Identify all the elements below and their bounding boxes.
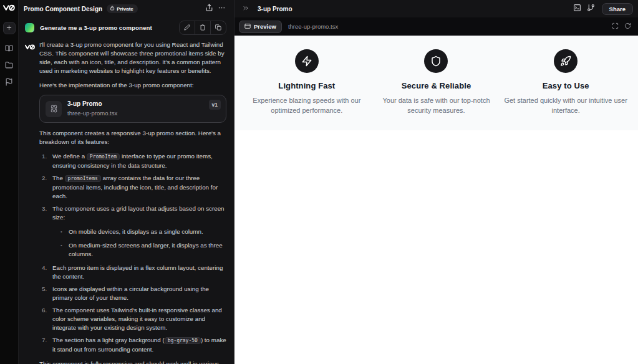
share-chat-button[interactable] bbox=[203, 2, 215, 15]
feature-sub-item: On medium-sized screens and larger, it d… bbox=[60, 241, 226, 259]
promo-description: Experience blazing speeds with our optim… bbox=[244, 95, 369, 115]
promo-section: Lightning Fast Experience blazing speeds… bbox=[234, 36, 638, 130]
chevrons-right-icon bbox=[242, 4, 249, 14]
sidebar-item-library[interactable] bbox=[4, 44, 15, 55]
code-block-filename: three-up-promo.tsx bbox=[67, 109, 117, 118]
zap-icon bbox=[295, 49, 319, 73]
promo-item: Secure & Reliable Your data is safe with… bbox=[374, 49, 499, 115]
console-button[interactable] bbox=[571, 2, 584, 15]
code-block-title: 3-up Promo bbox=[67, 100, 117, 108]
app-window-icon bbox=[244, 23, 251, 31]
new-chat-button[interactable] bbox=[3, 22, 16, 34]
rocket-icon bbox=[554, 49, 578, 73]
shield-icon bbox=[424, 49, 448, 73]
edit-message-button[interactable] bbox=[180, 21, 195, 34]
promo-title: Lightning Fast bbox=[278, 81, 335, 90]
assistant-paragraph: This component is fully responsive and s… bbox=[39, 360, 226, 364]
tab-preview[interactable]: Preview bbox=[239, 21, 282, 33]
assistant-paragraph: Here's the implementation of the 3-up pr… bbox=[39, 81, 226, 90]
promo-item: Easy to Use Get started quickly with our… bbox=[503, 49, 628, 115]
v0-logo[interactable] bbox=[3, 4, 15, 11]
copy-icon bbox=[215, 23, 221, 32]
chat-panel: Promo Component Design Private Generate … bbox=[19, 0, 234, 364]
feature-list-item: 5.Icons are displayed within a circular … bbox=[42, 285, 226, 302]
feature-list-item: 1.We define a PromoItem interface to typ… bbox=[42, 152, 226, 170]
chat-title: Promo Component Design bbox=[24, 6, 102, 12]
tab-file[interactable]: three-up-promo.tsx bbox=[282, 21, 344, 32]
export-icon bbox=[205, 4, 213, 14]
fullscreen-button[interactable] bbox=[609, 21, 621, 33]
assistant-paragraph: This component creates a responsive 3-up… bbox=[39, 129, 226, 146]
versions-button[interactable] bbox=[584, 2, 598, 15]
chat-scroll-area[interactable]: Generate me a 3-up promo component bbox=[19, 17, 234, 364]
preview-panel-title: 3-up Promo bbox=[258, 6, 292, 12]
feature-sub-item: On mobile devices, it displays as a sing… bbox=[60, 228, 226, 236]
sidebar-item-projects[interactable] bbox=[4, 60, 15, 72]
inline-code: promoItems bbox=[65, 175, 101, 182]
collapse-panel-button[interactable] bbox=[239, 2, 252, 15]
preview-tabbar: Preview three-up-promo.tsx bbox=[234, 17, 638, 36]
feature-list: 1.We define a PromoItem interface to typ… bbox=[42, 152, 226, 354]
user-avatar bbox=[25, 23, 34, 32]
assistant-message-body: I'll create a 3-up promo component for y… bbox=[39, 41, 226, 364]
message-actions bbox=[179, 21, 226, 35]
flag-icon bbox=[5, 78, 13, 88]
refresh-button[interactable] bbox=[621, 21, 634, 33]
preview-panel-header: 3-up Promo Share bbox=[234, 0, 638, 17]
inline-code: PromoItem bbox=[87, 153, 120, 160]
copy-message-button[interactable] bbox=[210, 21, 226, 34]
refresh-icon bbox=[624, 22, 631, 31]
feature-list-item: 4.Each promo item is displayed in a flex… bbox=[42, 264, 226, 281]
feature-list-item: 7.The section has a light gray backgroun… bbox=[42, 336, 226, 354]
terminal-icon bbox=[573, 4, 581, 14]
feature-list-item: 2.The promoItems array contains the data… bbox=[42, 174, 226, 201]
preview-viewport: Lightning Fast Experience blazing speeds… bbox=[234, 36, 638, 364]
assistant-message: I'll create a 3-up promo component for y… bbox=[25, 41, 226, 364]
git-branch-icon bbox=[587, 4, 595, 14]
promo-title: Easy to Use bbox=[543, 81, 589, 90]
user-message-text: Generate me a 3-up promo component bbox=[40, 24, 179, 31]
code-block-card[interactable]: 3-up Promo three-up-promo.tsx v1 bbox=[39, 95, 226, 123]
component-icon bbox=[46, 101, 62, 117]
promo-title: Secure & Reliable bbox=[402, 81, 471, 90]
assistant-avatar bbox=[25, 41, 36, 50]
privacy-badge[interactable]: Private bbox=[107, 4, 138, 13]
pencil-icon bbox=[184, 23, 190, 32]
nav-rail bbox=[0, 0, 19, 364]
preview-panel: 3-up Promo Share Preview three-up-promo.… bbox=[234, 0, 638, 364]
ellipsis-icon bbox=[218, 4, 226, 14]
user-message: Generate me a 3-up promo component bbox=[25, 20, 226, 35]
sidebar-item-feedback[interactable] bbox=[4, 77, 15, 89]
promo-description: Get started quickly with our intuitive u… bbox=[503, 95, 628, 115]
promo-item: Lightning Fast Experience blazing speeds… bbox=[244, 49, 369, 115]
chat-header: Promo Component Design Private bbox=[19, 0, 234, 17]
feature-list-item: 3.The component uses a grid layout that … bbox=[42, 204, 226, 259]
assistant-paragraph: I'll create a 3-up promo component for y… bbox=[39, 41, 226, 75]
share-button[interactable]: Share bbox=[602, 3, 633, 15]
code-block-meta: 3-up Promo three-up-promo.tsx bbox=[67, 100, 117, 118]
privacy-label: Private bbox=[117, 6, 133, 12]
folder-icon bbox=[5, 61, 13, 71]
book-open-icon bbox=[5, 44, 13, 54]
more-options-button[interactable] bbox=[215, 2, 228, 15]
promo-description: Your data is safe with our top-notch sec… bbox=[374, 95, 499, 115]
inline-code: bg-gray-50 bbox=[165, 337, 201, 344]
trash-icon bbox=[200, 23, 206, 32]
plus-icon bbox=[6, 24, 12, 33]
lock-icon bbox=[110, 6, 115, 12]
version-badge: v1 bbox=[209, 100, 221, 110]
feature-list-item: 6.The component uses Tailwind's built-in… bbox=[42, 306, 226, 332]
tab-preview-label: Preview bbox=[254, 23, 276, 30]
maximize-icon bbox=[612, 22, 619, 31]
delete-message-button[interactable] bbox=[195, 21, 210, 34]
